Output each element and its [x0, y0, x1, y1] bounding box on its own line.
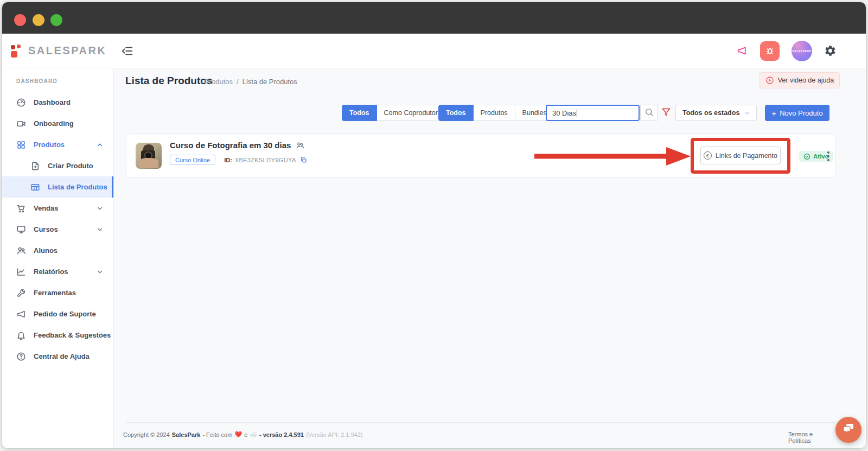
sidebar-item-onboarding[interactable]: Onboarding	[2, 113, 113, 134]
table-icon	[30, 182, 40, 192]
brand-logo: SALESPARK	[2, 45, 114, 58]
close-window-button[interactable]	[14, 14, 26, 26]
sidebar-item-cursos[interactable]: Cursos	[2, 219, 113, 240]
sidebar-item-criar-produto[interactable]: Criar Produto	[2, 155, 113, 176]
payment-links-button[interactable]: € Links de Pagamento	[700, 147, 781, 164]
window-titlebar	[2, 2, 866, 34]
sidebar-item-produtos[interactable]: Produtos	[2, 134, 113, 155]
owner-filter-todos[interactable]: Todos	[342, 105, 377, 121]
help-video-button[interactable]: Ver video de ajuda	[760, 72, 840, 88]
app-header: SALESPARK SALESPARK	[2, 34, 866, 68]
filter-toolbar: Todos Como Coprodutor Todos Produtos Bun…	[114, 105, 866, 121]
sidebar-item-central-de-ajuda[interactable]: Central de Ajuda	[2, 346, 113, 367]
check-circle-icon	[803, 153, 810, 160]
product-title[interactable]: Curso de Fotografia em 30 dias	[170, 141, 291, 150]
video-camera-icon	[16, 119, 26, 129]
product-thumbnail[interactable]	[136, 143, 162, 169]
minimize-window-button[interactable]	[33, 14, 44, 26]
status-dropdown[interactable]: Todos os estados	[675, 105, 757, 121]
sidebar-section-label: DASHBOARD	[2, 78, 113, 92]
sidebar: DASHBOARD Dashboard Onboarding Produtos …	[2, 68, 114, 448]
sidebar-item-label: Pedido de Suporte	[34, 310, 104, 318]
chat-fab-button[interactable]	[835, 417, 861, 443]
app-window: SALESPARK SALESPARK DASHBOARD Dashboard	[2, 2, 866, 448]
search-button[interactable]	[640, 105, 658, 121]
sidebar-item-label: Ferramentas	[34, 289, 104, 297]
megaphone-icon	[16, 309, 26, 319]
page-title: Lista de Produtos	[125, 75, 212, 87]
plus-icon: +	[771, 109, 776, 118]
breadcrumb: Produtos / Lista de Produtos	[205, 78, 297, 86]
product-id-label: ID:	[224, 157, 232, 163]
sidebar-item-label: Produtos	[34, 141, 96, 149]
sidebar-item-label: Criar Produto	[48, 162, 104, 170]
search-icon	[644, 107, 654, 119]
version-text: - versão 2.4.591	[259, 431, 304, 438]
grid-icon	[16, 140, 26, 150]
screenshot-stage: SALESPARK SALESPARK DASHBOARD Dashboard	[0, 0, 868, 451]
breadcrumb-parent[interactable]: Produtos	[205, 78, 233, 86]
type-filter-produtos[interactable]: Produtos	[474, 105, 515, 121]
collapse-sidebar-icon[interactable]	[122, 45, 133, 57]
row-actions-menu-icon[interactable]	[824, 148, 833, 164]
sidebar-item-dashboard[interactable]: Dashboard	[2, 92, 113, 113]
product-title-row: Curso de Fotografia em 30 dias	[170, 141, 304, 150]
annotation-arrow	[534, 145, 692, 167]
students-icon	[16, 246, 26, 256]
sidebar-item-feedback-sugestoes[interactable]: Feedback & Sugestões	[2, 325, 113, 346]
and-text: e	[244, 431, 247, 438]
zoom-window-button[interactable]	[50, 14, 62, 26]
type-filter-todos[interactable]: Todos	[438, 105, 474, 121]
api-version-text: (Versão API: 2.1.942)	[306, 431, 363, 438]
wrench-icon	[16, 288, 26, 298]
search-group: 30 Dias	[546, 105, 658, 121]
cloud-icon: ☁️	[250, 431, 257, 438]
sidebar-item-lista-de-produtos[interactable]: Lista de Produtos	[2, 176, 113, 198]
sidebar-item-label: Cursos	[34, 225, 96, 233]
new-product-button[interactable]: + Novo Produto	[765, 105, 829, 121]
file-plus-icon	[30, 161, 40, 171]
chevron-down-icon	[96, 268, 104, 276]
sidebar-item-ferramentas[interactable]: Ferramentas	[2, 282, 113, 303]
sidebar-item-vendas[interactable]: Vendas	[2, 198, 113, 219]
sidebar-item-label: Alunos	[34, 246, 104, 255]
new-product-label: Novo Produto	[780, 109, 823, 117]
sidebar-item-label: Vendas	[34, 204, 96, 212]
settings-gear-icon[interactable]	[824, 45, 837, 57]
main-content: Lista de Produtos Produtos / Lista de Pr…	[114, 68, 866, 448]
owner-filter-como-coprodutor[interactable]: Como Coprodutor	[377, 105, 445, 121]
sidebar-item-alunos[interactable]: Alunos	[2, 240, 113, 261]
owner-filter-group: Todos Como Coprodutor	[342, 105, 445, 121]
product-meta-row: Curso Online ID: XBF3ZKSLDY9GUYA	[170, 155, 307, 165]
report-bug-button[interactable]	[760, 41, 780, 61]
sidebar-item-relatorios[interactable]: Relatórios	[2, 261, 113, 282]
brand-name: SALESPARK	[28, 45, 106, 57]
sidebar-item-label: Dashboard	[34, 98, 104, 106]
header-actions: SALESPARK	[737, 41, 866, 61]
euro-icon: €	[704, 151, 712, 160]
breadcrumb-separator: /	[237, 78, 239, 86]
type-filter-group: Todos Produtos Bundles	[438, 105, 554, 121]
status-dropdown-value: Todos os estados	[682, 109, 739, 117]
help-video-label: Ver video de ajuda	[778, 77, 834, 84]
product-id-value: XBF3ZKSLDY9GUYA	[235, 157, 296, 163]
announcements-megaphone-icon[interactable]	[737, 45, 748, 56]
copy-icon[interactable]	[300, 156, 307, 163]
user-avatar[interactable]: SALESPARK	[792, 41, 812, 61]
filter-funnel-icon[interactable]	[661, 107, 672, 118]
search-input[interactable]: 30 Dias	[546, 105, 640, 121]
coproducer-people-icon	[296, 141, 304, 150]
monitor-icon	[16, 225, 26, 234]
chart-icon	[16, 267, 26, 277]
terms-link[interactable]: Termos e Políticas	[788, 431, 835, 444]
product-type-badge[interactable]: Curso Online	[170, 155, 215, 165]
avatar-label: SALESPARK	[793, 49, 812, 53]
cart-icon	[16, 204, 26, 213]
heart-icon: ❤️	[234, 431, 242, 438]
footer-divider	[126, 422, 835, 423]
footer-copyright: Copyright © 2024 SalesPark - Feito com ❤…	[123, 431, 363, 438]
product-id: ID: XBF3ZKSLDY9GUYA	[224, 156, 307, 163]
made-with-text: - Feito com	[202, 431, 232, 438]
sidebar-item-pedido-de-suporte[interactable]: Pedido de Suporte	[2, 303, 113, 325]
chevron-up-icon	[96, 141, 104, 149]
